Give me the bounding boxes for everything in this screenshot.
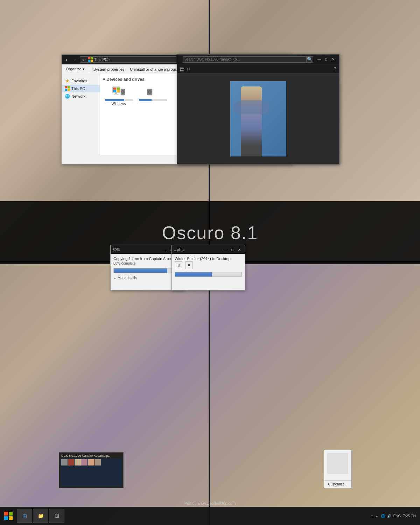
thumb-item [88,459,94,465]
svg-rect-24 [9,512,13,516]
copy-title-right: ...plete [174,248,184,252]
volume-icon[interactable]: 🔊 [387,514,391,518]
photo-display [230,81,286,156]
copy-title-left: 80% [113,248,120,252]
taskbar-app2-icon: 📁 [38,513,44,519]
copy-progress-bar-right [175,272,242,277]
view-toggle-button[interactable]: ▤ [180,66,184,72]
svg-rect-18 [121,90,123,90]
drive-item-windows[interactable]: Windows [103,85,134,107]
photo-toolbar: ▤ □ ? [177,64,339,74]
drive-progress-bar-windows [105,99,133,101]
taskbar-app1-icon: ⊞ [22,513,27,519]
photo-minimize-button[interactable]: — [316,57,322,62]
chevron-down-icon: ⌄ [113,276,116,280]
start-windows-icon [4,512,13,520]
photo-close-button[interactable]: ✕ [330,57,336,62]
organize-button[interactable]: Organize ▾ [64,66,86,72]
forward-button[interactable]: › [71,56,78,63]
taskbar-thumbnail[interactable]: DGC No.1096 Nanako Kodama p1 [59,452,124,488]
devices-chevron: ▾ [103,77,105,82]
svg-rect-1 [90,57,92,59]
thispc-label: This PC [71,86,85,91]
svg-rect-5 [68,86,70,88]
favorites-label: Favorites [71,79,87,83]
explorer-sidebar: ★ Favorites This PC 🌐 Network [62,74,100,155]
svg-rect-9 [113,88,116,90]
windows-logo-icon [88,57,93,62]
back-button[interactable]: ‹ [63,56,70,63]
svg-rect-6 [65,89,67,91]
photo-figure [241,86,262,156]
taskbar: ⊞ 📁 🖼 □ ▲ 🌐 🔊 ENG 7:25 CH [0,507,420,525]
customize-preview [327,453,348,474]
cancel-copy-button[interactable]: ✕ [185,261,193,269]
customize-button[interactable]: Customize... [324,480,351,488]
copy-action-btns: ⏸ ✕ [175,261,242,269]
svg-rect-4 [65,86,67,88]
pc-icon [64,86,70,91]
network-icon: 🌐 [64,93,70,99]
svg-rect-10 [117,88,120,90]
drive2-icon [146,86,160,98]
photo-viewer-window: 🔍 — □ ✕ ▤ □ ? [177,54,340,164]
taskbar-app-1[interactable]: ⊞ [17,509,32,523]
up-arrow-icon[interactable]: ▲ [375,514,379,518]
search-input[interactable] [183,56,306,63]
start-button[interactable] [1,509,15,523]
photo-arms [234,100,269,114]
more-details-label: More details [118,276,136,280]
svg-rect-13 [115,92,117,94]
pause-copy-button[interactable]: ⏸ [175,261,182,269]
taskbar-app3-icon: 🖼 [54,513,59,519]
svg-rect-12 [117,90,120,92]
drive-progress-fill-windows [105,99,124,101]
svg-rect-23 [4,512,8,516]
copy-content-right: Winter Soldier (2014) to Desktop ⏸ ✕ [172,254,245,282]
lang-label: ENG [393,514,401,518]
drive-label-windows: Windows [112,102,126,106]
svg-rect-2 [88,60,90,62]
copy-progress-fill-right [175,272,212,276]
thumb-item [68,459,74,465]
svg-rect-22 [148,90,150,90]
thumb-item [94,459,101,465]
system-properties-button[interactable]: System properties [92,66,126,72]
sidebar-item-network[interactable]: 🌐 Network [62,92,100,100]
windows-drive-svg [112,86,126,98]
copy-minimize-left[interactable]: — [161,247,167,252]
svg-rect-0 [88,57,90,59]
search-button[interactable]: 🔍 [306,56,313,63]
more-details-btn[interactable]: ⌄ More details [113,276,181,280]
oscuro-title: Oscuro 8.1 [162,222,258,243]
svg-rect-26 [9,516,13,520]
network-tray-icon[interactable]: 🌐 [381,514,385,518]
copy-minimize-right[interactable]: — [222,247,229,252]
taskbar-app-3[interactable]: 🖼 [49,509,64,523]
sidebar-item-favorites[interactable]: ★ Favorites [62,77,100,85]
thumb-title: DGC No.1096 Nanako Kodama p1 [61,454,122,457]
expand-view-button[interactable]: □ [187,66,190,71]
uninstall-button[interactable]: Uninstall or change a progr... [128,66,181,72]
copy-controls-right: — □ ✕ [222,247,243,252]
drive-item-2[interactable] [137,85,169,107]
sidebar-item-thispc[interactable]: This PC [62,85,100,92]
photo-titlebar: 🔍 — □ ✕ [177,55,339,64]
copy-text-right: Winter Soldier (2014) to Desktop [175,257,242,261]
taskbar-app-2[interactable]: 📁 [33,509,48,523]
svg-rect-11 [113,90,116,92]
show-desktop-btn[interactable]: □ [371,514,373,518]
photo-help-button[interactable]: ? [334,66,336,71]
photo-window-controls: — □ ✕ [316,57,336,62]
devices-label: Devices and drives [106,77,145,82]
system-tray: □ ▲ 🌐 🔊 ENG 7:25 CH [371,514,419,518]
toolbar-divider1 [89,66,89,72]
thispc-logo-icon [65,86,70,91]
copy-maximize-right[interactable]: □ [229,247,236,252]
address-path: This PC [94,57,108,62]
photo-maximize-button[interactable]: □ [323,57,329,62]
copy-progress-text-left: 80% complete [113,261,181,265]
taskbar-apps: ⊞ 📁 🖼 [17,509,64,523]
copy-close-right[interactable]: ✕ [236,247,243,252]
customize-content [324,450,351,477]
